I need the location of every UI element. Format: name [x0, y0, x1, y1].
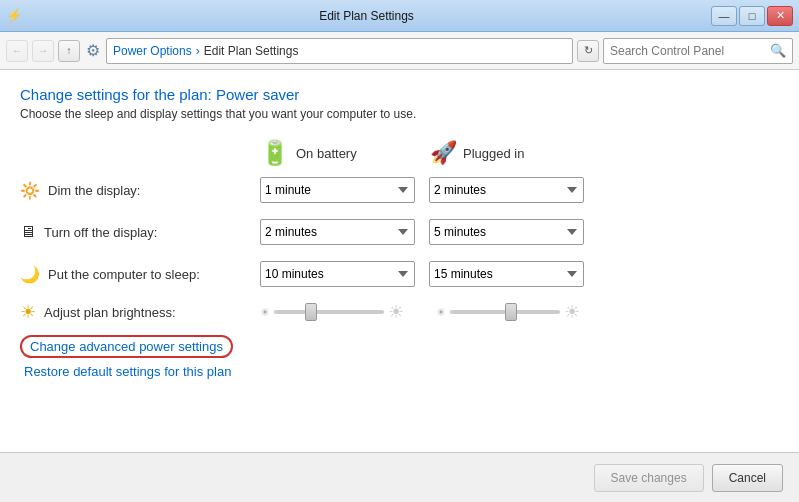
dim-icon: 🔆: [20, 181, 40, 200]
breadcrumb-power-options[interactable]: Power Options: [113, 44, 192, 58]
footer: Save changes Cancel: [0, 452, 799, 502]
up-button[interactable]: ↑: [58, 40, 80, 62]
address-bar: ← → ↑ ⚙ Power Options › Edit Plan Settin…: [0, 32, 799, 70]
turnoff-label-text: Turn off the display:: [44, 225, 157, 240]
refresh-button[interactable]: ↻: [577, 40, 599, 62]
sleep-battery-select[interactable]: 5 minutes 10 minutes 15 minutes 20 minut…: [260, 261, 415, 287]
sleep-icon: 🌙: [20, 265, 40, 284]
minimize-button[interactable]: —: [711, 6, 737, 26]
page-title: Change settings for the plan: Power save…: [20, 86, 779, 103]
pluggedin-label: Plugged in: [463, 146, 524, 161]
links-section: Change advanced power settings Restore d…: [20, 335, 779, 379]
battery-brightness-high-icon: ☀: [388, 301, 404, 323]
turnoff-selects: 1 minute 2 minutes 3 minutes 5 minutes 1…: [260, 219, 584, 245]
sleep-label: 🌙 Put the computer to sleep:: [20, 265, 260, 284]
cancel-button[interactable]: Cancel: [712, 464, 783, 492]
search-input[interactable]: [610, 44, 770, 58]
page-subtitle: Choose the sleep and display settings th…: [20, 107, 779, 121]
pluggedin-brightness-thumb[interactable]: [505, 303, 517, 321]
breadcrumb: Power Options › Edit Plan Settings: [106, 38, 573, 64]
pluggedin-brightness-high-icon: ☀: [564, 301, 580, 323]
brightness-sun-icon: ☀: [20, 301, 36, 323]
brightness-row: ☀ Adjust plan brightness: ☀ ☀ ☀: [20, 301, 779, 323]
dim-display-row: 🔆 Dim the display: 1 minute 2 minutes 3 …: [20, 175, 779, 205]
turnoff-pluggedin-select[interactable]: 1 minute 2 minutes 3 minutes 5 minutes 1…: [429, 219, 584, 245]
battery-brightness-slider-container: [274, 303, 384, 321]
pluggedin-column-header: 🚀 Plugged in: [430, 140, 600, 166]
title-bar: ⚡ Edit Plan Settings — □ ✕: [0, 0, 799, 32]
battery-brightness-low-icon: ☀: [260, 306, 270, 319]
battery-brightness-group: ☀ ☀: [260, 301, 404, 323]
settings-grid: 🔋 On battery 🚀 Plugged in 🔆 Dim the disp…: [20, 139, 779, 323]
pluggedin-brightness-track: [450, 310, 560, 314]
save-changes-button[interactable]: Save changes: [594, 464, 704, 492]
close-button[interactable]: ✕: [767, 6, 793, 26]
breadcrumb-current: Edit Plan Settings: [204, 44, 299, 58]
battery-brightness-thumb[interactable]: [305, 303, 317, 321]
breadcrumb-sep1: ›: [196, 44, 200, 58]
dim-battery-select[interactable]: 1 minute 2 minutes 3 minutes 5 minutes 1…: [260, 177, 415, 203]
location-icon: ⚙: [86, 41, 100, 60]
turnoff-display-label: 🖥 Turn off the display:: [20, 223, 260, 241]
rocket-icon: 🚀: [430, 140, 457, 166]
sleep-pluggedin-select[interactable]: 5 minutes 10 minutes 15 minutes 20 minut…: [429, 261, 584, 287]
title-bar-left: ⚡: [6, 8, 22, 24]
pluggedin-brightness-low-icon: ☀: [436, 306, 446, 319]
dim-label-text: Dim the display:: [48, 183, 140, 198]
maximize-button[interactable]: □: [739, 6, 765, 26]
pluggedin-brightness-slider-container: [450, 303, 560, 321]
window-title: Edit Plan Settings: [22, 9, 711, 23]
battery-brightness-track: [274, 310, 384, 314]
turnoff-display-row: 🖥 Turn off the display: 1 minute 2 minut…: [20, 217, 779, 247]
brightness-controls: ☀ ☀ ☀ ☀: [260, 301, 580, 323]
turnoff-battery-select[interactable]: 1 minute 2 minutes 3 minutes 5 minutes 1…: [260, 219, 415, 245]
brightness-label: ☀ Adjust plan brightness:: [20, 301, 260, 323]
column-headers: 🔋 On battery 🚀 Plugged in: [20, 139, 779, 167]
main-content: Change settings for the plan: Power save…: [0, 70, 799, 452]
app-icon: ⚡: [6, 8, 22, 24]
advanced-power-settings-link[interactable]: Change advanced power settings: [20, 335, 233, 358]
pluggedin-brightness-group: ☀ ☀: [436, 301, 580, 323]
dim-display-label: 🔆 Dim the display:: [20, 181, 260, 200]
sleep-label-text: Put the computer to sleep:: [48, 267, 200, 282]
dim-pluggedin-select[interactable]: 1 minute 2 minutes 3 minutes 5 minutes 1…: [429, 177, 584, 203]
battery-icon: 🔋: [260, 139, 290, 167]
search-box: 🔍: [603, 38, 793, 64]
battery-label: On battery: [296, 146, 357, 161]
back-button[interactable]: ←: [6, 40, 28, 62]
window-controls: — □ ✕: [711, 6, 793, 26]
search-icon[interactable]: 🔍: [770, 43, 786, 58]
battery-column-header: 🔋 On battery: [260, 139, 430, 167]
sleep-row: 🌙 Put the computer to sleep: 5 minutes 1…: [20, 259, 779, 289]
brightness-label-text: Adjust plan brightness:: [44, 305, 176, 320]
restore-defaults-link[interactable]: Restore default settings for this plan: [24, 364, 779, 379]
sleep-selects: 5 minutes 10 minutes 15 minutes 20 minut…: [260, 261, 584, 287]
dim-selects: 1 minute 2 minutes 3 minutes 5 minutes 1…: [260, 177, 584, 203]
turnoff-icon: 🖥: [20, 223, 36, 241]
forward-button[interactable]: →: [32, 40, 54, 62]
